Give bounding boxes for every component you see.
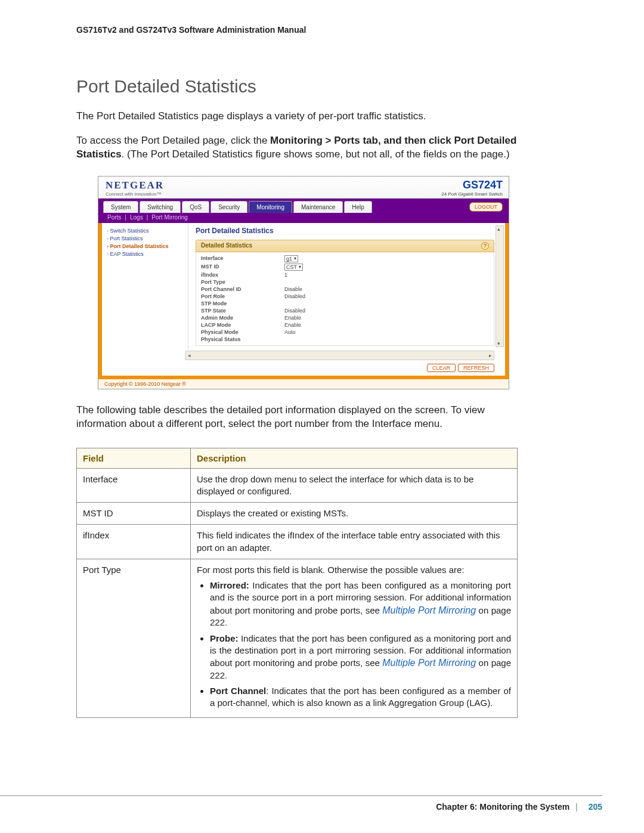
stat-row: STP Mode xyxy=(201,300,489,307)
tab-switching[interactable]: Switching xyxy=(140,201,181,213)
stat-value: Auto xyxy=(284,329,296,335)
post-paragraph: The following table describes the detail… xyxy=(76,404,518,431)
cell-field: Interface xyxy=(77,468,191,503)
stat-label: LACP Mode xyxy=(201,322,284,328)
table-row: ifIndexThis field indicates the ifIndex … xyxy=(77,525,518,559)
stat-label: Port Channel ID xyxy=(201,286,284,292)
stat-label: Admin Mode xyxy=(201,315,284,321)
stat-row: Admin ModeEnable xyxy=(201,314,489,321)
panel-title: Port Detailed Statistics xyxy=(196,227,494,235)
list-item: Mirrored: Indicates that the port has be… xyxy=(210,580,511,628)
stats-panel: Interfaceg1MST IDCSTifIndex1Port TypePor… xyxy=(196,252,494,346)
model-id: GS724T xyxy=(441,179,503,191)
ui-screenshot: NETGEAR Connect with Innovation™ GS724T … xyxy=(98,176,509,389)
main-nav: SystemSwitchingQoSSecurityMonitoringMain… xyxy=(98,199,509,213)
access-pre: To access the Port Detailed page, click … xyxy=(76,135,270,146)
stat-select-mst-id[interactable]: CST xyxy=(284,264,303,271)
stat-value: Disabled xyxy=(284,308,305,314)
cell-field: MST ID xyxy=(77,503,191,525)
stat-value: Enable xyxy=(284,315,301,321)
subnav-logs[interactable]: Logs xyxy=(130,214,143,221)
page-footer: Chapter 6: Monitoring the System | 205 xyxy=(0,795,602,812)
brand-logo: NETGEAR xyxy=(106,179,164,191)
horizontal-scrollbar[interactable]: ◂▸ xyxy=(185,351,494,360)
intro-paragraph: The Port Detailed Statistics page displa… xyxy=(76,110,518,123)
section-title: Port Detailed Statistics xyxy=(76,76,602,97)
footer-page-number: 205 xyxy=(589,802,602,812)
sidenav-eap-statistics[interactable]: EAP Statistics xyxy=(107,251,185,257)
app-header: NETGEAR Connect with Innovation™ GS724T … xyxy=(98,176,509,199)
list-item: Probe: Indicates that the port has been … xyxy=(210,633,511,682)
side-nav: Switch StatisticsPort StatisticsPort Det… xyxy=(102,223,188,349)
sub-nav: Ports|Logs|Port Mirroring xyxy=(98,213,509,223)
stat-row: Physical Status xyxy=(201,336,489,343)
cell-field: ifIndex xyxy=(77,525,191,559)
stat-row: LACP ModeEnable xyxy=(201,321,489,329)
stat-row: MST IDCST xyxy=(201,263,489,271)
col-field-header: Field xyxy=(77,448,191,468)
stat-value: Disabled xyxy=(284,293,305,299)
cell-field: Port Type xyxy=(77,559,191,717)
action-buttons: CLEARREFRESH xyxy=(102,361,505,376)
stat-row: ifIndex1 xyxy=(201,271,489,278)
subnav-port-mirroring[interactable]: Port Mirroring xyxy=(151,214,188,221)
clear-button[interactable]: CLEAR xyxy=(427,364,456,372)
stat-row: Port RoleDisabled xyxy=(201,293,489,300)
xref-link[interactable]: Multiple Port Mirroring xyxy=(382,658,476,668)
logout-button[interactable]: LOGOUT xyxy=(469,202,503,212)
xref-link[interactable]: Multiple Port Mirroring xyxy=(382,605,476,615)
copyright-line: Copyright © 1996-2010 Netgear ® xyxy=(98,379,509,389)
stat-label: Port Role xyxy=(201,293,284,299)
vertical-scrollbar[interactable] xyxy=(496,225,504,347)
cell-desc: This field indicates the ifIndex of the … xyxy=(191,525,518,559)
sub-panel-title: Detailed Statistics xyxy=(201,242,252,250)
tab-security[interactable]: Security xyxy=(210,201,247,213)
tab-monitoring[interactable]: Monitoring xyxy=(249,201,292,213)
refresh-button[interactable]: REFRESH xyxy=(458,364,494,372)
tab-qos[interactable]: QoS xyxy=(182,201,209,213)
stat-label: Physical Mode xyxy=(201,329,284,335)
sidenav-port-statistics[interactable]: Port Statistics xyxy=(107,236,185,241)
table-row: Port TypeFor most ports this field is bl… xyxy=(77,559,518,717)
field-description-table: Field Description InterfaceUse the drop … xyxy=(76,448,518,719)
cell-desc: Displays the created or existing MSTs. xyxy=(191,503,518,525)
stat-label: STP State xyxy=(201,308,284,314)
stat-label: Port Type xyxy=(201,279,284,285)
help-icon[interactable]: ? xyxy=(481,242,489,250)
stat-value: 1 xyxy=(284,272,287,278)
stat-row: STP StateDisabled xyxy=(201,307,489,314)
col-desc-header: Description xyxy=(191,448,518,468)
tab-help[interactable]: Help xyxy=(344,201,372,213)
stat-label: MST ID xyxy=(201,264,284,271)
stat-row: Interfaceg1 xyxy=(201,255,489,263)
stat-row: Port Type xyxy=(201,278,489,286)
footer-chapter: Chapter 6: Monitoring the System xyxy=(436,802,569,812)
stat-label: ifIndex xyxy=(201,272,284,278)
tab-system[interactable]: System xyxy=(103,201,138,213)
doc-header: GS716Tv2 and GS724Tv3 Software Administr… xyxy=(76,25,602,35)
list-item: Port Channel: Indicates that the port ha… xyxy=(210,685,511,710)
stat-label: Physical Status xyxy=(201,336,284,342)
stat-value: Disable xyxy=(284,286,302,292)
table-row: MST IDDisplays the created or existing M… xyxy=(77,503,518,525)
cell-desc: For most ports this field is blank. Othe… xyxy=(191,559,518,717)
stat-label: STP Mode xyxy=(201,301,284,306)
stat-select-interface[interactable]: g1 xyxy=(284,255,298,262)
brand-tagline: Connect with Innovation™ xyxy=(106,191,164,197)
footer-separator: | xyxy=(575,802,578,812)
sub-panel-header: Detailed Statistics ? xyxy=(196,240,494,252)
access-paragraph: To access the Port Detailed page, click … xyxy=(76,134,518,162)
table-row: InterfaceUse the drop down menu to selec… xyxy=(77,468,518,503)
cell-desc: Use the drop down menu to select the int… xyxy=(191,468,518,503)
stat-value: Enable xyxy=(284,322,301,328)
model-subtitle: 24 Port Gigabit Smart Switch xyxy=(441,191,503,197)
stat-row: Port Channel IDDisable xyxy=(201,286,489,293)
tab-maintenance[interactable]: Maintenance xyxy=(293,201,343,213)
sidenav-switch-statistics[interactable]: Switch Statistics xyxy=(107,228,185,234)
access-post: . (The Port Detailed Statistics figure s… xyxy=(122,148,510,160)
main-panel: Port Detailed Statistics Detailed Statis… xyxy=(188,223,505,349)
stat-label: Interface xyxy=(201,255,284,262)
subnav-ports[interactable]: Ports xyxy=(107,214,121,221)
sidenav-port-detailed-statistics[interactable]: Port Detailed Statistics xyxy=(107,243,185,249)
stat-row: Physical ModeAuto xyxy=(201,329,489,336)
